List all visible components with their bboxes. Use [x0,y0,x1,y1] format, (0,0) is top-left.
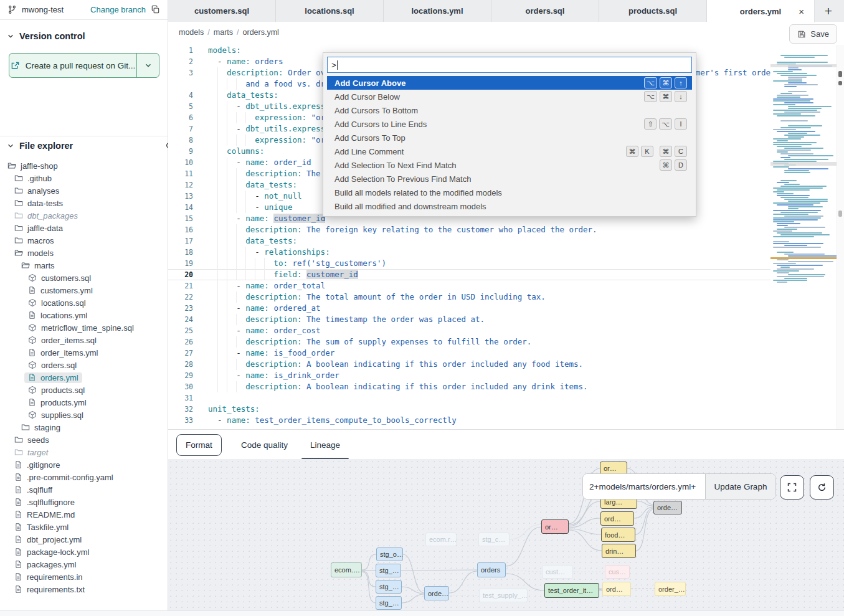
file-tree-item-staging[interactable]: staging [0,421,168,434]
format-button[interactable]: Format [176,434,222,456]
file-tree-item-readme-md[interactable]: README.md [0,508,168,521]
file-tree-item-seeds[interactable]: seeds [0,434,168,446]
editor-tab-customers-sql[interactable]: customers.sql [168,0,276,22]
file-tree-item-data-tests[interactable]: data-tests [0,197,168,209]
lineage-node-orde-[interactable]: orde… [424,586,449,600]
code-line-31: 31 [168,392,844,404]
command-palette-item[interactable]: Add Selection To Previous Find Match [327,172,692,186]
editor-tab-products-sql[interactable]: products.sql [599,0,707,22]
editor-tab-locations-sql[interactable]: locations.sql [276,0,384,22]
lineage-node-ord-[interactable]: ord… [602,582,631,596]
file-tree-item-orders-yml[interactable]: orders.yml [0,371,168,384]
lineage-node-test-supply-[interactable]: test_supply_… [479,589,528,602]
copy-icon[interactable] [151,5,160,14]
line-number: 9 [168,146,193,157]
file-tree-item-target[interactable]: target [0,446,168,458]
file-tree-item-orders-sql[interactable]: orders.sql [0,359,168,371]
lineage-node-stg-[interactable]: stg_… [376,564,401,577]
command-palette-item[interactable]: Add Cursors to Line Ends⇧⌥I [327,117,692,131]
close-tab-icon[interactable]: × [799,6,804,17]
lineage-node-stg-o-[interactable]: stg_o… [376,547,403,561]
lineage-node-ord-[interactable]: ord… [600,511,634,526]
breadcrumb-file[interactable]: orders.yml [243,28,279,37]
file-tree-item-marts[interactable]: marts [0,259,168,272]
file-tree-item--github[interactable]: .github [0,172,168,184]
lineage-node-cust-[interactable]: cust… [542,565,573,579]
minimap[interactable] [771,53,837,287]
command-palette-item[interactable]: Add Cursors To Bottom [327,103,692,117]
command-palette-item[interactable]: Build all models related to the modified… [327,186,692,199]
file-tree-item-metricflow-time-spine-sql[interactable]: metricflow_time_spine.sql [0,321,168,334]
command-palette-item[interactable]: Add Cursors To Top [327,131,692,145]
file-tree-item-models[interactable]: models [0,247,168,259]
breadcrumb-marts[interactable]: marts [214,28,233,37]
file-tree-item-supplies-sql[interactable]: supplies.sql [0,409,168,421]
file-tree-item-dbt-packages[interactable]: dbt_packages [0,209,168,222]
lineage-graph[interactable]: ecom.…stg_o…stg_…stg_…stg_…orde…ordersec… [168,459,844,610]
editor-scrollbar[interactable] [837,45,844,429]
update-graph-button[interactable]: Update Graph [705,474,775,499]
file-tree-item--sqlfluffignore[interactable]: .sqlfluffignore [0,496,168,508]
file-tree-item-packages-yml[interactable]: packages.yml [0,558,168,571]
lineage-node-test-order-it-[interactable]: test_order_it… [544,583,599,598]
new-tab-button[interactable]: + [815,0,842,22]
create-pr-dropdown[interactable] [136,54,159,77]
command-palette-input[interactable]: > [327,57,692,73]
file-tree-item-customers-yml[interactable]: customers.yml [0,284,168,296]
breadcrumb-models[interactable]: models [179,28,204,37]
lineage-node-or-[interactable]: or… [541,519,569,534]
editor-tab-orders-sql[interactable]: orders.sql [491,0,599,22]
command-palette-item[interactable]: Add Cursor Above⌥⌘↑ [327,76,692,90]
file-tree-item-locations-yml[interactable]: locations.yml [0,309,168,321]
lineage-node-ecom-[interactable]: ecom.… [331,562,362,577]
lineage-node-stg-c-[interactable]: stg_c… [478,533,510,546]
file-tree-item-requirements-txt[interactable]: requirements.txt [0,583,168,595]
lineage-node-orde-[interactable]: orde… [653,501,682,514]
file-tree-item-order-items-sql[interactable]: order_items.sql [0,334,168,346]
horizontal-scrollbar[interactable] [0,610,844,616]
file-tree-item-macros[interactable]: macros [0,234,168,247]
file-tree-item-products-sql[interactable]: products.sql [0,384,168,396]
change-branch-link[interactable]: Change branch [90,5,146,14]
file-tree-item-jaffle-data[interactable]: jaffle-data [0,222,168,234]
editor-tab-orders-yml[interactable]: orders.yml× [707,0,815,22]
command-palette-item[interactable]: Add Cursor Below⌥⌘↓ [327,90,692,103]
file-tree-item--gitignore[interactable]: .gitignore [0,458,168,471]
line-number: 11 [168,168,193,179]
file-explorer-header[interactable]: File explorer [0,138,181,153]
lineage-node-cus-[interactable]: cus… [605,565,630,579]
editor-tab-locations-yml[interactable]: locations.yml [384,0,491,22]
file-tree-item-order-items-yml[interactable]: order_items.yml [0,346,168,359]
file-tree-item-dbt-project-yml[interactable]: dbt_project.yml [0,533,168,546]
file-tree-item--pre-commit-config-yaml[interactable]: .pre-commit-config.yaml [0,471,168,483]
lineage-selector-input[interactable] [583,474,705,499]
lineage-node-food-[interactable]: food… [601,528,635,542]
lineage-node-order-[interactable]: order_… [655,582,686,596]
fullscreen-button[interactable] [780,475,804,500]
command-palette-item[interactable]: Add Line Comment⌘K⌘C [327,145,692,158]
refresh-button[interactable] [810,475,834,500]
file-tree-item-customers-sql[interactable]: customers.sql [0,272,168,284]
file-tree-item-jaffle-shop[interactable]: jaffle-shop [0,159,168,172]
bottom-tab-code-quality[interactable]: Code quality [241,430,288,460]
file-tree-item-locations-sql[interactable]: locations.sql [0,296,168,309]
lineage-node-stg-[interactable]: stg_… [376,596,402,610]
file-tree-item-analyses[interactable]: analyses [0,184,168,197]
file-icon [14,510,22,519]
create-pr-main[interactable]: Create a pull request on Git... [9,54,136,77]
file-tree-item--sqlfluff[interactable]: .sqlfluff [0,483,168,496]
command-palette-item[interactable]: Build all modified and downstream models [327,199,692,213]
file-tree-item-requirements-in[interactable]: requirements.in [0,571,168,583]
file-tree-item-taskfile-yml[interactable]: Taskfile.yml [0,521,168,533]
lineage-node-ecom-r-[interactable]: ecom.r… [425,533,457,546]
tab-label: products.sql [628,6,677,16]
file-tree-item-products-yml[interactable]: products.yml [0,396,168,409]
lineage-node-orders[interactable]: orders [477,562,506,577]
lineage-node-drin-[interactable]: drin… [602,544,636,558]
bottom-tab-lineage[interactable]: Lineage [310,430,340,460]
save-button[interactable]: Save [789,24,837,44]
command-palette-item[interactable]: Add Selection To Next Find Match⌘D [327,158,692,172]
lineage-node-stg-[interactable]: stg_… [376,580,402,594]
file-tree-item-package-lock-yml[interactable]: package-lock.yml [0,546,168,558]
version-control-header[interactable]: Version control [0,29,168,44]
